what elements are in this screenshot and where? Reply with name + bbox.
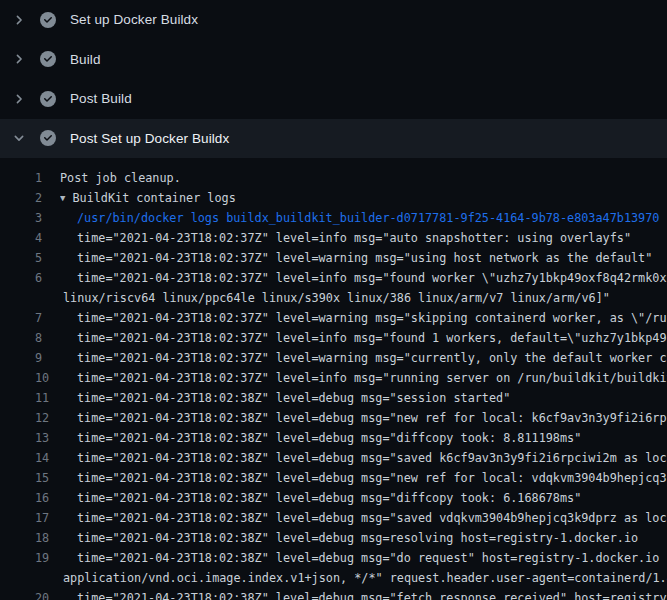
log-text: ▼BuildKit container logs <box>60 188 236 208</box>
log-row: 8time="2021-04-23T18:02:37Z" level=info … <box>0 328 667 348</box>
log-row: 11time="2021-04-23T18:02:38Z" level=debu… <box>0 388 667 408</box>
line-number[interactable]: 13 <box>35 428 60 448</box>
log-row: 7time="2021-04-23T18:02:37Z" level=warni… <box>0 308 667 328</box>
line-number[interactable]: 3 <box>35 208 60 228</box>
log-text: time="2021-04-23T18:02:37Z" level=info m… <box>60 228 631 248</box>
log-text: time="2021-04-23T18:02:38Z" level=debug … <box>60 588 667 600</box>
line-number[interactable]: 9 <box>35 348 60 368</box>
log-row: 1Post job cleanup. <box>0 168 667 188</box>
log-row: 18time="2021-04-23T18:02:38Z" level=debu… <box>0 528 667 548</box>
log-text: time="2021-04-23T18:02:38Z" level=debug … <box>60 468 667 488</box>
step-title: Post Build <box>70 91 132 106</box>
chevron-right-icon <box>12 92 26 106</box>
line-number[interactable]: 20 <box>35 588 60 600</box>
log-text: time="2021-04-23T18:02:38Z" level=debug … <box>60 548 667 568</box>
check-circle-icon <box>40 130 56 146</box>
line-number[interactable]: 5 <box>35 248 60 268</box>
log-row: 3/usr/bin/docker logs buildx_buildkit_bu… <box>0 208 667 228</box>
log-text: time="2021-04-23T18:02:37Z" level=info m… <box>60 328 667 348</box>
log-text: time="2021-04-23T18:02:38Z" level=debug … <box>60 448 667 468</box>
log-row: 10time="2021-04-23T18:02:37Z" level=info… <box>0 368 667 388</box>
log-group-title[interactable]: BuildKit container logs <box>72 191 235 205</box>
chevron-down-icon <box>12 131 26 145</box>
line-number[interactable]: 1 <box>35 168 60 188</box>
log-lines-container: 1Post job cleanup.2▼BuildKit container l… <box>0 158 667 600</box>
log-row: 9time="2021-04-23T18:02:37Z" level=warni… <box>0 348 667 368</box>
log-row: 16time="2021-04-23T18:02:38Z" level=debu… <box>0 488 667 508</box>
log-row: 19time="2021-04-23T18:02:38Z" level=debu… <box>0 548 667 568</box>
log-row: 4time="2021-04-23T18:02:37Z" level=info … <box>0 228 667 248</box>
log-row: 6time="2021-04-23T18:02:37Z" level=info … <box>0 268 667 288</box>
step-header-post-set-up-docker-buildx[interactable]: Post Set up Docker Buildx <box>0 119 667 159</box>
step-header-build[interactable]: Build <box>0 40 667 80</box>
log-row: 12time="2021-04-23T18:02:38Z" level=debu… <box>0 408 667 428</box>
check-circle-icon <box>40 51 56 67</box>
line-number <box>35 288 60 308</box>
line-number[interactable]: 11 <box>35 388 60 408</box>
chevron-right-icon <box>12 52 26 66</box>
log-text: time="2021-04-23T18:02:38Z" level=debug … <box>60 508 667 528</box>
line-number <box>35 568 60 588</box>
line-number[interactable]: 18 <box>35 528 60 548</box>
log-row: 13time="2021-04-23T18:02:38Z" level=debu… <box>0 428 667 448</box>
log-row: 20time="2021-04-23T18:02:38Z" level=debu… <box>0 588 667 600</box>
step-title: Build <box>70 52 101 67</box>
log-text: time="2021-04-23T18:02:38Z" level=debug … <box>60 408 667 428</box>
log-row: 5time="2021-04-23T18:02:37Z" level=warni… <box>0 248 667 268</box>
log-text: linux/riscv64 linux/ppc64le linux/s390x … <box>60 288 610 308</box>
log-text: Post job cleanup. <box>60 168 181 188</box>
line-number[interactable]: 10 <box>35 368 60 388</box>
log-text: time="2021-04-23T18:02:38Z" level=debug … <box>60 428 581 448</box>
step-header-set-up-docker-buildx[interactable]: Set up Docker Buildx <box>0 0 667 40</box>
actions-log-viewer: Set up Docker BuildxBuildPost BuildPost … <box>0 0 667 600</box>
log-text: time="2021-04-23T18:02:37Z" level=warnin… <box>60 248 652 268</box>
check-circle-icon <box>40 91 56 107</box>
log-command-text: /usr/bin/docker logs buildx_buildkit_bui… <box>60 208 659 228</box>
log-text: time="2021-04-23T18:02:37Z" level=info m… <box>60 368 667 388</box>
line-number[interactable]: 4 <box>35 228 60 248</box>
line-number[interactable]: 12 <box>35 408 60 428</box>
line-number[interactable]: 16 <box>35 488 60 508</box>
line-number[interactable]: 19 <box>35 548 60 568</box>
line-number[interactable]: 15 <box>35 468 60 488</box>
log-row: 15time="2021-04-23T18:02:38Z" level=debu… <box>0 468 667 488</box>
log-text: time="2021-04-23T18:02:38Z" level=debug … <box>60 488 581 508</box>
line-number[interactable]: 7 <box>35 308 60 328</box>
step-title: Post Set up Docker Buildx <box>70 131 229 146</box>
check-circle-icon <box>40 12 56 28</box>
step-section-list: Set up Docker BuildxBuildPost BuildPost … <box>0 0 667 158</box>
log-text: time="2021-04-23T18:02:38Z" level=debug … <box>60 388 510 408</box>
step-header-post-build[interactable]: Post Build <box>0 79 667 119</box>
log-text: time="2021-04-23T18:02:37Z" level=warnin… <box>60 308 667 328</box>
line-number[interactable]: 14 <box>35 448 60 468</box>
log-text: time="2021-04-23T18:02:37Z" level=warnin… <box>60 348 667 368</box>
step-title: Set up Docker Buildx <box>70 12 198 27</box>
line-number[interactable]: 6 <box>35 268 60 288</box>
log-text: time="2021-04-23T18:02:38Z" level=debug … <box>60 528 638 548</box>
log-row: 14time="2021-04-23T18:02:38Z" level=debu… <box>0 448 667 468</box>
line-number[interactable]: 2 <box>35 188 60 208</box>
log-row: 17time="2021-04-23T18:02:38Z" level=debu… <box>0 508 667 528</box>
group-collapse-toggle-icon[interactable]: ▼ <box>60 188 65 208</box>
log-row-continuation: linux/riscv64 linux/ppc64le linux/s390x … <box>0 288 667 308</box>
chevron-right-icon <box>12 13 26 27</box>
log-text: time="2021-04-23T18:02:37Z" level=info m… <box>60 268 667 288</box>
log-row-continuation: application/vnd.oci.image.index.v1+json,… <box>0 568 667 588</box>
line-number[interactable]: 17 <box>35 508 60 528</box>
log-text: application/vnd.oci.image.index.v1+json,… <box>60 568 667 588</box>
log-row: 2▼BuildKit container logs <box>0 188 667 208</box>
line-number[interactable]: 8 <box>35 328 60 348</box>
